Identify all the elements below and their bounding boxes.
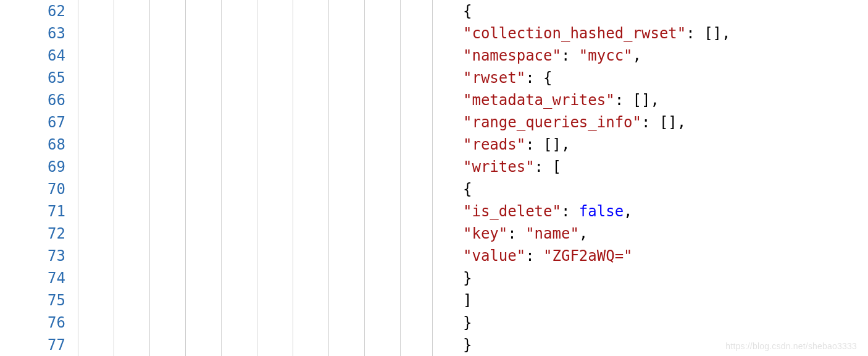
code-token: , bbox=[579, 225, 588, 242]
line-number: 70 bbox=[0, 178, 65, 200]
indent-guide-line bbox=[432, 0, 433, 356]
code-token: "writes" bbox=[463, 158, 535, 176]
line-number: 74 bbox=[0, 267, 65, 289]
code-area[interactable]: {"collection_hashed_rwset": [],"namespac… bbox=[432, 0, 868, 356]
line-number: 63 bbox=[0, 22, 65, 44]
code-token: "key" bbox=[463, 225, 507, 242]
code-token: "ZGF2aWQ=" bbox=[543, 247, 633, 265]
code-token: : bbox=[525, 247, 543, 265]
line-number: 72 bbox=[0, 222, 65, 245]
indent-guide-line bbox=[221, 0, 222, 356]
indent-guide-line bbox=[400, 0, 401, 356]
code-line[interactable]: } bbox=[463, 267, 868, 289]
code-line[interactable]: } bbox=[463, 312, 868, 334]
indent-guide-line bbox=[78, 0, 78, 356]
code-line[interactable]: "metadata_writes": [], bbox=[463, 89, 868, 111]
code-line[interactable]: { bbox=[463, 178, 868, 200]
code-token: : bbox=[525, 136, 543, 153]
code-line[interactable]: { bbox=[463, 0, 868, 22]
line-number: 77 bbox=[0, 334, 65, 356]
indent-guide-line bbox=[293, 0, 293, 356]
code-token: { bbox=[463, 180, 472, 198]
line-number: 62 bbox=[0, 0, 65, 22]
code-token: "range_queries_info" bbox=[463, 114, 641, 131]
line-number: 75 bbox=[0, 289, 65, 312]
code-token: : bbox=[686, 25, 704, 42]
code-token: "rwset" bbox=[463, 69, 525, 87]
code-token: [ bbox=[553, 158, 561, 176]
code-token: [], bbox=[543, 136, 570, 153]
code-line[interactable]: "key": "name", bbox=[463, 222, 868, 245]
code-token: "collection_hashed_rwset" bbox=[463, 25, 686, 42]
code-token: "metadata_writes" bbox=[463, 91, 615, 109]
code-token: "namespace" bbox=[463, 47, 561, 64]
code-token: false bbox=[579, 203, 624, 220]
code-token: : bbox=[641, 114, 659, 131]
code-token: "reads" bbox=[463, 136, 525, 153]
code-line[interactable]: "rwset": { bbox=[463, 67, 868, 89]
indent-guide-line bbox=[114, 0, 114, 356]
code-token: : bbox=[561, 47, 579, 64]
code-token: "is_delete" bbox=[463, 203, 561, 220]
code-token: } bbox=[463, 314, 472, 331]
code-line[interactable]: ] bbox=[463, 289, 868, 312]
code-token: } bbox=[463, 336, 472, 354]
code-token: [], bbox=[633, 91, 659, 109]
line-number: 69 bbox=[0, 156, 65, 178]
code-token: [], bbox=[659, 114, 686, 131]
code-line[interactable]: "reads": [], bbox=[463, 134, 868, 156]
indent-guide-line bbox=[149, 0, 150, 356]
line-number: 65 bbox=[0, 67, 65, 89]
line-number: 76 bbox=[0, 312, 65, 334]
code-token: , bbox=[633, 47, 641, 64]
indent-guide-line bbox=[257, 0, 257, 356]
code-token: ] bbox=[463, 292, 472, 309]
code-line[interactable]: "range_queries_info": [], bbox=[463, 111, 868, 134]
line-number: 64 bbox=[0, 44, 65, 67]
watermark-text: https://blog.csdn.net/shebao3333 bbox=[725, 341, 857, 351]
indent-guides bbox=[78, 0, 432, 356]
code-editor[interactable]: 62636465666768697071727374757677 {"colle… bbox=[0, 0, 868, 356]
code-token: "value" bbox=[463, 247, 525, 265]
code-line[interactable]: "writes": [ bbox=[463, 156, 868, 178]
code-token: : bbox=[507, 225, 525, 242]
line-number: 67 bbox=[0, 111, 65, 134]
code-token: : bbox=[615, 91, 633, 109]
line-number: 68 bbox=[0, 134, 65, 156]
indent-guide-line bbox=[364, 0, 365, 356]
code-token: , bbox=[624, 203, 632, 220]
code-token: } bbox=[463, 269, 472, 287]
code-token: : bbox=[525, 69, 543, 87]
code-token: [], bbox=[704, 25, 730, 42]
line-number: 66 bbox=[0, 89, 65, 111]
line-number-gutter: 62636465666768697071727374757677 bbox=[0, 0, 78, 356]
code-token: : bbox=[561, 203, 579, 220]
indent-guide-line bbox=[328, 0, 329, 356]
code-line[interactable]: "is_delete": false, bbox=[463, 200, 868, 222]
line-number: 73 bbox=[0, 245, 65, 267]
code-token: : bbox=[535, 158, 553, 176]
code-line[interactable]: "collection_hashed_rwset": [], bbox=[463, 22, 868, 44]
code-token: { bbox=[463, 2, 472, 20]
code-line[interactable]: "namespace": "mycc", bbox=[463, 44, 868, 67]
code-line[interactable]: "value": "ZGF2aWQ=" bbox=[463, 245, 868, 267]
indent-guide-line bbox=[185, 0, 186, 356]
code-token: "name" bbox=[525, 225, 579, 242]
line-number: 71 bbox=[0, 200, 65, 222]
code-token: { bbox=[543, 69, 552, 87]
code-token: "mycc" bbox=[579, 47, 633, 64]
